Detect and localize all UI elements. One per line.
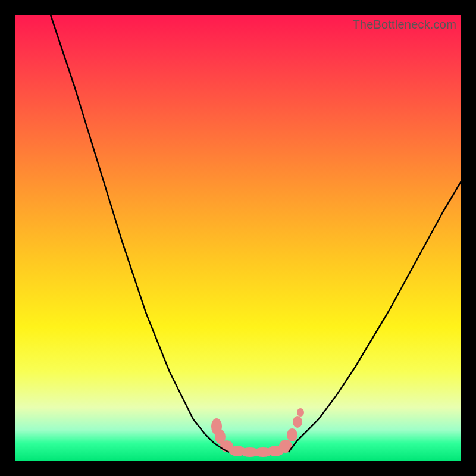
cluster-blob: [293, 416, 302, 428]
left-curve-line: [51, 15, 229, 452]
cluster-blob: [297, 408, 304, 416]
chart-svg: [15, 15, 461, 461]
right-curve-line: [289, 181, 461, 452]
cluster-blob: [287, 428, 298, 441]
chart-plot-area: TheBottleneck.com: [15, 15, 461, 461]
